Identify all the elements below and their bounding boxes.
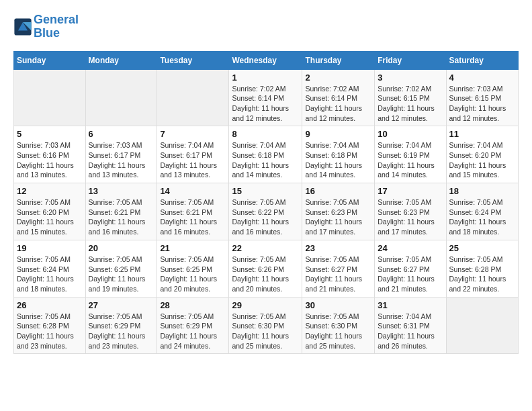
day-info: Sunrise: 7:03 AM Sunset: 6:16 PM Dayligh… (17, 140, 83, 180)
day-info: Sunrise: 7:05 AM Sunset: 6:23 PM Dayligh… (305, 197, 371, 237)
day-info: Sunrise: 7:02 AM Sunset: 6:15 PM Dayligh… (378, 84, 443, 124)
calendar-cell: 21Sunrise: 7:05 AM Sunset: 6:25 PM Dayli… (157, 240, 229, 297)
calendar-cell: 5Sunrise: 7:03 AM Sunset: 6:16 PM Daylig… (14, 126, 86, 183)
calendar-cell: 2Sunrise: 7:02 AM Sunset: 6:14 PM Daylig… (302, 69, 375, 126)
day-number: 29 (232, 300, 299, 310)
day-info: Sunrise: 7:05 AM Sunset: 6:29 PM Dayligh… (160, 312, 226, 351)
calendar-cell: 22Sunrise: 7:05 AM Sunset: 6:26 PM Dayli… (229, 240, 302, 297)
calendar-cell: 12Sunrise: 7:05 AM Sunset: 6:20 PM Dayli… (14, 183, 86, 240)
calendar-table: SundayMondayTuesdayWednesdayThursdayFrid… (13, 51, 519, 355)
calendar-cell (14, 69, 86, 126)
calendar-cell: 18Sunrise: 7:05 AM Sunset: 6:24 PM Dayli… (446, 183, 518, 240)
day-number: 7 (160, 129, 226, 139)
day-number: 24 (378, 243, 443, 253)
calendar-cell: 26Sunrise: 7:05 AM Sunset: 6:28 PM Dayli… (14, 297, 86, 354)
day-number: 4 (449, 73, 515, 83)
calendar-week-row: 1Sunrise: 7:02 AM Sunset: 6:14 PM Daylig… (14, 69, 519, 126)
day-number: 9 (305, 129, 371, 139)
page-header: General Blue (13, 13, 519, 40)
calendar-cell: 27Sunrise: 7:05 AM Sunset: 6:29 PM Dayli… (85, 297, 157, 354)
day-info: Sunrise: 7:04 AM Sunset: 6:31 PM Dayligh… (378, 312, 443, 351)
day-number: 10 (378, 129, 443, 139)
day-info: Sunrise: 7:04 AM Sunset: 6:17 PM Dayligh… (160, 140, 226, 180)
day-info: Sunrise: 7:05 AM Sunset: 6:29 PM Dayligh… (89, 312, 154, 351)
day-number: 20 (89, 243, 154, 253)
weekday-header-row: SundayMondayTuesdayWednesdayThursdayFrid… (14, 51, 519, 69)
day-number: 11 (449, 129, 515, 139)
day-info: Sunrise: 7:05 AM Sunset: 6:30 PM Dayligh… (232, 312, 299, 351)
day-info: Sunrise: 7:05 AM Sunset: 6:23 PM Dayligh… (378, 197, 443, 237)
day-info: Sunrise: 7:05 AM Sunset: 6:27 PM Dayligh… (378, 255, 443, 294)
day-number: 14 (160, 186, 226, 196)
calendar-cell: 14Sunrise: 7:05 AM Sunset: 6:21 PM Dayli… (157, 183, 229, 240)
calendar-cell: 31Sunrise: 7:04 AM Sunset: 6:31 PM Dayli… (375, 297, 446, 354)
day-info: Sunrise: 7:05 AM Sunset: 6:21 PM Dayligh… (160, 197, 226, 237)
day-number: 23 (305, 243, 371, 253)
day-info: Sunrise: 7:04 AM Sunset: 6:19 PM Dayligh… (378, 140, 443, 180)
weekday-header-thursday: Thursday (302, 51, 375, 69)
weekday-header-monday: Monday (85, 51, 157, 69)
logo-text: General Blue (34, 13, 79, 40)
calendar-week-row: 26Sunrise: 7:05 AM Sunset: 6:28 PM Dayli… (14, 297, 519, 354)
calendar-week-row: 12Sunrise: 7:05 AM Sunset: 6:20 PM Dayli… (14, 183, 519, 240)
calendar-cell: 1Sunrise: 7:02 AM Sunset: 6:14 PM Daylig… (229, 69, 302, 126)
calendar-cell: 4Sunrise: 7:03 AM Sunset: 6:15 PM Daylig… (446, 69, 518, 126)
day-info: Sunrise: 7:05 AM Sunset: 6:25 PM Dayligh… (160, 255, 226, 294)
day-number: 5 (17, 129, 83, 139)
day-number: 2 (305, 73, 371, 83)
day-info: Sunrise: 7:02 AM Sunset: 6:14 PM Dayligh… (232, 84, 299, 124)
calendar-cell: 24Sunrise: 7:05 AM Sunset: 6:27 PM Dayli… (375, 240, 446, 297)
calendar-cell: 8Sunrise: 7:04 AM Sunset: 6:18 PM Daylig… (229, 126, 302, 183)
calendar-cell: 20Sunrise: 7:05 AM Sunset: 6:25 PM Dayli… (85, 240, 157, 297)
logo: General Blue (13, 13, 79, 40)
weekday-header-tuesday: Tuesday (157, 51, 229, 69)
day-number: 27 (89, 300, 154, 310)
calendar-week-row: 19Sunrise: 7:05 AM Sunset: 6:24 PM Dayli… (14, 240, 519, 297)
day-info: Sunrise: 7:04 AM Sunset: 6:18 PM Dayligh… (232, 140, 299, 180)
day-info: Sunrise: 7:05 AM Sunset: 6:28 PM Dayligh… (17, 312, 83, 351)
calendar-cell: 10Sunrise: 7:04 AM Sunset: 6:19 PM Dayli… (375, 126, 446, 183)
calendar-cell: 15Sunrise: 7:05 AM Sunset: 6:22 PM Dayli… (229, 183, 302, 240)
day-info: Sunrise: 7:05 AM Sunset: 6:28 PM Dayligh… (449, 255, 515, 294)
day-number: 3 (378, 73, 443, 83)
day-number: 30 (305, 300, 371, 310)
day-number: 17 (378, 186, 443, 196)
weekday-header-friday: Friday (375, 51, 446, 69)
day-info: Sunrise: 7:04 AM Sunset: 6:20 PM Dayligh… (449, 140, 515, 180)
day-number: 18 (449, 186, 515, 196)
day-number: 12 (17, 186, 83, 196)
day-number: 6 (89, 129, 154, 139)
day-number: 25 (449, 243, 515, 253)
day-info: Sunrise: 7:05 AM Sunset: 6:30 PM Dayligh… (305, 312, 371, 351)
day-number: 13 (89, 186, 154, 196)
day-info: Sunrise: 7:05 AM Sunset: 6:24 PM Dayligh… (17, 255, 83, 294)
calendar-cell: 25Sunrise: 7:05 AM Sunset: 6:28 PM Dayli… (446, 240, 518, 297)
weekday-header-wednesday: Wednesday (229, 51, 302, 69)
day-info: Sunrise: 7:05 AM Sunset: 6:21 PM Dayligh… (89, 197, 154, 237)
calendar-cell: 30Sunrise: 7:05 AM Sunset: 6:30 PM Dayli… (302, 297, 375, 354)
calendar-cell: 6Sunrise: 7:03 AM Sunset: 6:17 PM Daylig… (85, 126, 157, 183)
day-number: 16 (305, 186, 371, 196)
calendar-cell (85, 69, 157, 126)
day-info: Sunrise: 7:05 AM Sunset: 6:24 PM Dayligh… (449, 197, 515, 237)
day-number: 22 (232, 243, 299, 253)
calendar-cell: 19Sunrise: 7:05 AM Sunset: 6:24 PM Dayli… (14, 240, 86, 297)
day-number: 1 (232, 73, 299, 83)
calendar-cell (446, 297, 518, 354)
calendar-week-row: 5Sunrise: 7:03 AM Sunset: 6:16 PM Daylig… (14, 126, 519, 183)
day-number: 8 (232, 129, 299, 139)
day-number: 15 (232, 186, 299, 196)
calendar-cell: 9Sunrise: 7:04 AM Sunset: 6:18 PM Daylig… (302, 126, 375, 183)
calendar-cell (157, 69, 229, 126)
day-number: 21 (160, 243, 226, 253)
calendar-cell: 17Sunrise: 7:05 AM Sunset: 6:23 PM Dayli… (375, 183, 446, 240)
calendar-cell: 11Sunrise: 7:04 AM Sunset: 6:20 PM Dayli… (446, 126, 518, 183)
day-info: Sunrise: 7:05 AM Sunset: 6:25 PM Dayligh… (89, 255, 154, 294)
calendar-cell: 28Sunrise: 7:05 AM Sunset: 6:29 PM Dayli… (157, 297, 229, 354)
day-info: Sunrise: 7:03 AM Sunset: 6:17 PM Dayligh… (89, 140, 154, 180)
calendar-cell: 13Sunrise: 7:05 AM Sunset: 6:21 PM Dayli… (85, 183, 157, 240)
day-info: Sunrise: 7:05 AM Sunset: 6:26 PM Dayligh… (232, 255, 299, 294)
logo-icon (13, 17, 32, 36)
calendar-cell: 7Sunrise: 7:04 AM Sunset: 6:17 PM Daylig… (157, 126, 229, 183)
calendar-cell: 3Sunrise: 7:02 AM Sunset: 6:15 PM Daylig… (375, 69, 446, 126)
